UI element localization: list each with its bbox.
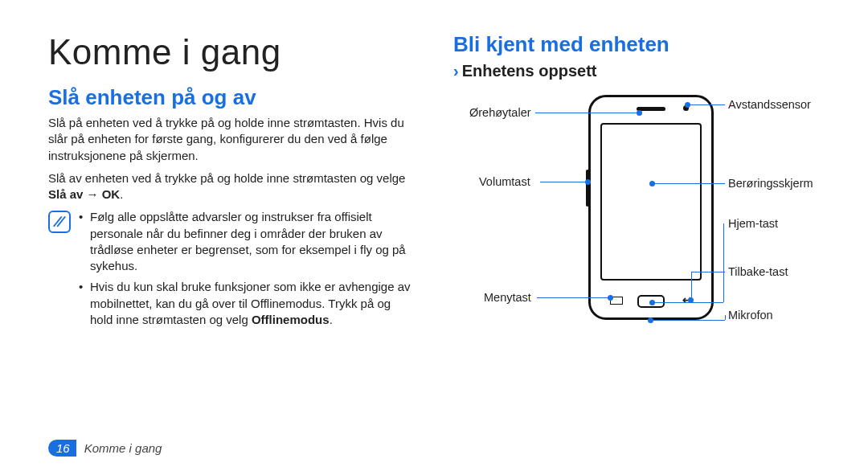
lead-mic-h xyxy=(653,320,725,321)
note-icon xyxy=(48,211,71,233)
note-box: Følg alle oppslåtte advarsler og instruk… xyxy=(48,209,415,333)
dot-prox xyxy=(685,102,690,108)
phone-volume-rocker xyxy=(586,170,589,207)
label-mic: Mikrofon xyxy=(728,309,773,322)
page-number-badge: 16 xyxy=(48,440,76,457)
dot-home xyxy=(649,300,655,305)
lead-touch xyxy=(654,183,725,184)
phone-outline: ↩ xyxy=(588,95,714,320)
label-volume: Volumtast xyxy=(479,175,530,188)
lead-menu xyxy=(537,297,608,298)
label-touchscreen: Berøringsskjerm xyxy=(728,177,813,190)
lead-back-v xyxy=(691,272,692,299)
dot-touch xyxy=(649,181,655,186)
footer-section-name: Komme i gang xyxy=(84,441,162,455)
section-heading-power: Slå enheten på og av xyxy=(48,85,415,110)
left-column: Komme i gang Slå enheten på og av Slå på… xyxy=(48,32,415,347)
lead-home-v xyxy=(723,223,724,302)
dot-mic xyxy=(648,317,653,323)
chevron-icon: › xyxy=(453,62,459,80)
power-off-period: . xyxy=(120,187,123,201)
page-title: Komme i gang xyxy=(48,32,415,72)
lead-volume xyxy=(540,182,585,182)
dot-back xyxy=(688,297,694,303)
subheading-text: Enhetens oppsett xyxy=(462,62,597,80)
device-diagram: ↩ Ørehøytaler Volumtast Menytast Avstand… xyxy=(453,90,820,347)
phone-screen xyxy=(600,123,702,281)
power-off-bold: Slå av → OK xyxy=(48,187,120,201)
paragraph-power-off: Slå av enheten ved å trykke på og holde … xyxy=(48,170,415,203)
lead-prox xyxy=(690,104,725,105)
label-menu: Menytast xyxy=(484,291,531,304)
note-list: Følg alle oppslåtte advarsler og instruk… xyxy=(79,209,415,333)
section-heading-know-device: Bli kjent med enheten xyxy=(453,32,820,57)
label-ear-speaker: Ørehøytaler xyxy=(469,106,531,119)
note-offline-bold: Offlinemodus xyxy=(252,313,330,326)
page-footer: 16 Komme i gang xyxy=(48,440,162,457)
lead-mic-v xyxy=(725,315,726,320)
dot-ear xyxy=(637,110,642,116)
note-offline-period: . xyxy=(330,313,333,326)
label-proximity: Avstandssensor xyxy=(728,98,811,111)
lead-back-h1 xyxy=(691,272,725,272)
note-offline-text: Hvis du kun skal bruke funksjoner som ik… xyxy=(90,280,411,326)
paragraph-power-on: Slå på enheten ved å trykke på og holde … xyxy=(48,115,415,164)
note-item-warnings: Følg alle oppslåtte advarsler og instruk… xyxy=(79,209,415,274)
note-item-offline: Hvis du kun skal bruke funksjoner som ik… xyxy=(79,279,415,328)
label-back: Tilbake-tast xyxy=(728,265,788,278)
dot-volume xyxy=(585,179,591,185)
dot-menu xyxy=(608,295,613,301)
page-columns: Komme i gang Slå enheten på og av Slå på… xyxy=(48,32,820,347)
subheading-device-layout: ›Enhetens oppsett xyxy=(453,62,820,80)
paragraph-power-off-text: Slå av enheten ved å trykke på og holde … xyxy=(48,171,405,185)
lead-ear xyxy=(535,113,637,113)
right-column: Bli kjent med enheten ›Enhetens oppsett … xyxy=(453,32,820,347)
label-home: Hjem-tast xyxy=(728,217,778,230)
